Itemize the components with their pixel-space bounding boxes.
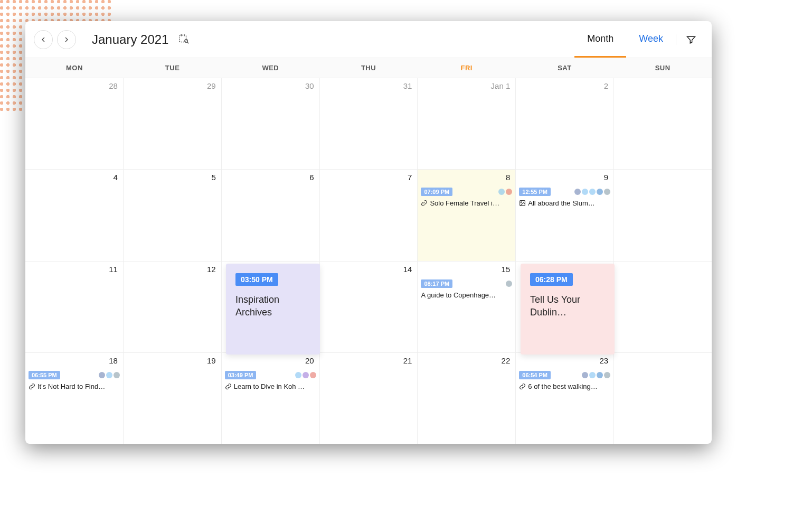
calendar-cell[interactable]: 1806:55 PMIt's Not Hard to Find… bbox=[25, 353, 124, 444]
date-label: 18 bbox=[109, 356, 118, 365]
page-title: January 2021 bbox=[92, 32, 168, 47]
event-title: Solo Female Travel i… bbox=[421, 199, 512, 207]
calendar-cell[interactable]: 31 bbox=[320, 78, 418, 169]
time-chip: 06:55 PM bbox=[29, 371, 60, 379]
calendar-cell[interactable] bbox=[614, 353, 712, 444]
fb-icon bbox=[99, 372, 105, 378]
day-header: SAT bbox=[516, 58, 614, 78]
date-label: 12 bbox=[207, 265, 216, 274]
event-title: All aboard the Slum… bbox=[519, 199, 610, 207]
tw-icon bbox=[589, 372, 596, 378]
calendar-cell[interactable]: 2003:49 PMLearn to Dive in Koh … bbox=[222, 353, 320, 444]
highlight-card-pink[interactable]: 06:28 PM Tell Us Your Dublin… bbox=[521, 264, 615, 355]
filter-button[interactable] bbox=[676, 34, 705, 45]
bl-icon bbox=[114, 372, 120, 378]
view-tabs: Month Week bbox=[574, 21, 676, 58]
calendar-event[interactable]: 03:49 PMLearn to Dive in Koh … bbox=[225, 371, 316, 390]
date-label: Jan 1 bbox=[491, 81, 511, 90]
calendar-cell[interactable]: 6 bbox=[222, 170, 320, 260]
date-label: 30 bbox=[305, 81, 314, 90]
highlight-title: Tell Us Your Dublin… bbox=[530, 293, 605, 319]
date-label: 31 bbox=[403, 81, 412, 90]
tw-icon bbox=[106, 372, 112, 378]
day-header: WED bbox=[221, 58, 319, 78]
time-chip: 03:49 PM bbox=[225, 371, 257, 379]
time-chip: 12:55 PM bbox=[519, 188, 551, 196]
gp-icon bbox=[310, 372, 316, 378]
calendar-search-icon[interactable] bbox=[178, 33, 190, 46]
time-chip: 06:54 PM bbox=[519, 371, 551, 379]
day-header: SUN bbox=[613, 58, 712, 78]
event-title: It's Not Hard to Find… bbox=[29, 383, 120, 390]
event-title: A guide to Copenhage… bbox=[421, 291, 512, 299]
topbar: January 2021 Month Week bbox=[25, 21, 712, 58]
tab-week[interactable]: Week bbox=[626, 21, 676, 58]
date-label: 15 bbox=[502, 265, 511, 274]
time-chip: 03:50 PM bbox=[235, 273, 278, 286]
date-label: 5 bbox=[211, 173, 215, 182]
calendar-event[interactable]: 08:17 PMA guide to Copenhage… bbox=[421, 279, 512, 299]
date-label: 19 bbox=[207, 356, 216, 365]
calendar-cell[interactable]: 4 bbox=[25, 170, 124, 260]
tab-month[interactable]: Month bbox=[574, 21, 626, 58]
li-icon bbox=[597, 372, 603, 378]
calendar-cell[interactable]: 5 bbox=[124, 170, 222, 260]
date-label: 7 bbox=[408, 173, 412, 182]
prev-button[interactable] bbox=[34, 30, 53, 49]
channel-icons bbox=[99, 372, 120, 378]
date-label: 2 bbox=[604, 81, 608, 90]
day-header-row: MON TUE WED THU FRI SAT SUN bbox=[25, 58, 712, 78]
calendar-cell[interactable] bbox=[614, 78, 712, 169]
date-label: 8 bbox=[506, 173, 510, 182]
calendar-event[interactable]: 12:55 PMAll aboard the Slum… bbox=[519, 188, 610, 207]
day-header: MON bbox=[25, 58, 124, 78]
gp-icon bbox=[506, 189, 512, 195]
date-label: 23 bbox=[599, 356, 608, 365]
calendar-cell[interactable]: 29 bbox=[124, 78, 222, 169]
day-header: TUE bbox=[124, 58, 222, 78]
calendar-cell[interactable]: 1508:17 PMA guide to Copenhage… bbox=[418, 262, 516, 352]
calendar-cell[interactable]: 14 bbox=[320, 262, 418, 352]
calendar-cell[interactable]: 912:55 PMAll aboard the Slum… bbox=[516, 170, 614, 260]
fb-icon bbox=[574, 189, 581, 195]
calendar-event[interactable]: 06:54 PM6 of the best walking… bbox=[519, 371, 610, 390]
calendar-event[interactable]: 07:09 PMSolo Female Travel i… bbox=[421, 188, 512, 207]
event-title: Learn to Dive in Koh … bbox=[225, 383, 316, 390]
calendar-cell[interactable] bbox=[614, 262, 712, 352]
tw-icon bbox=[295, 372, 301, 378]
bl-icon bbox=[506, 281, 512, 287]
date-label: 14 bbox=[403, 265, 412, 274]
tw-icon bbox=[498, 189, 505, 195]
date-label: 9 bbox=[604, 173, 608, 182]
calendar-cell[interactable]: 2 bbox=[516, 78, 614, 169]
bl-icon bbox=[604, 189, 610, 195]
calendar-cell[interactable]: 28 bbox=[25, 78, 124, 169]
channel-icons bbox=[582, 372, 610, 378]
calendar-grid: 28293031Jan 124567807:09 PMSolo Female T… bbox=[25, 78, 712, 444]
calendar-cell[interactable]: 807:09 PMSolo Female Travel i… bbox=[418, 170, 516, 260]
highlight-card-purple[interactable]: 03:50 PM Inspiration Archives bbox=[226, 264, 320, 355]
date-label: 20 bbox=[305, 356, 314, 365]
calendar-cell[interactable]: Jan 1 bbox=[418, 78, 516, 169]
date-label: 29 bbox=[207, 81, 216, 90]
calendar-cell[interactable]: 21 bbox=[320, 353, 418, 444]
ig-icon bbox=[303, 372, 309, 378]
calendar-cell[interactable]: 19 bbox=[124, 353, 222, 444]
date-label: 6 bbox=[309, 173, 314, 182]
calendar-cell[interactable]: 12 bbox=[124, 262, 222, 352]
bl-icon bbox=[604, 372, 610, 378]
calendar-event[interactable]: 06:55 PMIt's Not Hard to Find… bbox=[29, 371, 120, 390]
calendar-cell[interactable] bbox=[614, 170, 712, 260]
calendar-cell[interactable]: 2306:54 PM6 of the best walking… bbox=[516, 353, 614, 444]
calendar-cell[interactable]: 30 bbox=[222, 78, 320, 169]
time-chip: 07:09 PM bbox=[421, 188, 452, 196]
next-button[interactable] bbox=[57, 30, 76, 49]
calendar-cell[interactable]: 11 bbox=[25, 262, 124, 352]
calendar-week-row: 28293031Jan 12 bbox=[25, 78, 712, 170]
time-chip: 06:28 PM bbox=[530, 273, 573, 286]
calendar-cell[interactable]: 22 bbox=[418, 353, 516, 444]
date-label: 28 bbox=[109, 81, 118, 90]
fb-icon bbox=[582, 372, 588, 378]
channel-icons bbox=[574, 189, 610, 195]
calendar-cell[interactable]: 7 bbox=[320, 170, 418, 260]
